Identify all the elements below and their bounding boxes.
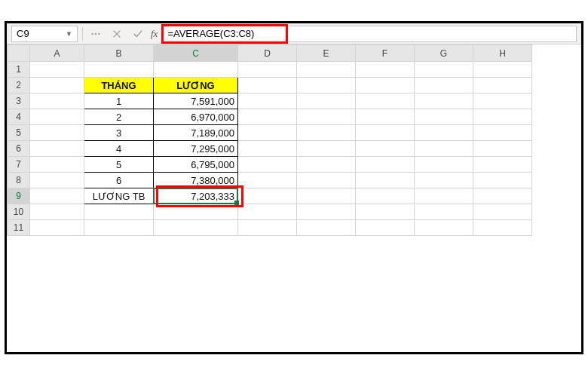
cell[interactable] xyxy=(356,93,415,109)
select-all-corner[interactable] xyxy=(8,45,30,62)
cell[interactable] xyxy=(415,204,473,220)
cell[interactable] xyxy=(30,173,84,188)
col-header-G[interactable]: G xyxy=(415,45,473,62)
cell-thang[interactable]: 6 xyxy=(84,173,154,188)
name-box[interactable]: C9 ▼ xyxy=(11,26,78,42)
cell[interactable] xyxy=(238,220,297,236)
cancel-icon[interactable] xyxy=(109,26,125,42)
cell[interactable] xyxy=(154,204,238,220)
cell[interactable] xyxy=(473,125,532,141)
cell-luong[interactable]: 6,970,000 xyxy=(154,109,238,125)
cell[interactable] xyxy=(473,141,532,157)
cell[interactable] xyxy=(154,62,238,78)
cell[interactable] xyxy=(297,109,356,125)
cell[interactable] xyxy=(473,93,532,109)
cell[interactable] xyxy=(356,173,415,188)
cell[interactable] xyxy=(356,157,415,173)
cell-avg-label[interactable]: LƯƠNG TB xyxy=(84,188,154,204)
col-header-E[interactable]: E xyxy=(297,45,356,62)
cell[interactable] xyxy=(473,188,532,204)
cell[interactable] xyxy=(415,109,473,125)
cell[interactable] xyxy=(473,62,532,78)
row-header-4[interactable]: 4 xyxy=(8,109,30,125)
cell[interactable] xyxy=(84,62,154,78)
cell[interactable] xyxy=(30,204,84,220)
cell[interactable] xyxy=(356,220,415,236)
cell-thang[interactable]: 1 xyxy=(84,93,154,109)
cell[interactable] xyxy=(415,93,473,109)
col-header-A[interactable]: A xyxy=(30,45,84,62)
options-icon[interactable] xyxy=(87,26,104,42)
cell[interactable] xyxy=(238,125,297,141)
cell[interactable] xyxy=(238,157,297,173)
cell-avg-value[interactable]: 7,203,333 xyxy=(154,188,238,204)
cell[interactable] xyxy=(356,109,415,125)
cell[interactable] xyxy=(238,62,297,78)
cell[interactable] xyxy=(356,78,415,93)
cell[interactable] xyxy=(297,188,356,204)
cell[interactable] xyxy=(415,157,473,173)
col-header-C[interactable]: C xyxy=(154,45,238,62)
cell-luong[interactable]: 7,295,000 xyxy=(154,141,238,157)
cell[interactable] xyxy=(415,173,473,188)
row-header-11[interactable]: 11 xyxy=(8,220,30,236)
cell[interactable] xyxy=(297,62,356,78)
cell-luong[interactable]: 7,189,000 xyxy=(154,125,238,141)
cell[interactable] xyxy=(84,204,154,220)
cell[interactable] xyxy=(30,220,84,236)
cell[interactable] xyxy=(238,188,297,204)
cell[interactable] xyxy=(154,220,238,236)
cell[interactable] xyxy=(356,188,415,204)
cell[interactable] xyxy=(473,173,532,188)
cell[interactable] xyxy=(30,62,84,78)
cell[interactable] xyxy=(297,78,356,93)
cell[interactable] xyxy=(30,141,84,157)
col-header-B[interactable]: B xyxy=(84,45,154,62)
row-header-7[interactable]: 7 xyxy=(8,157,30,173)
cell[interactable] xyxy=(238,141,297,157)
cell[interactable] xyxy=(473,220,532,236)
row-header-9[interactable]: 9 xyxy=(8,188,30,204)
cell[interactable] xyxy=(356,204,415,220)
cell[interactable] xyxy=(415,125,473,141)
cell-thang[interactable]: 5 xyxy=(84,157,154,173)
row-header-3[interactable]: 3 xyxy=(8,93,30,109)
cell[interactable] xyxy=(238,109,297,125)
spreadsheet-grid[interactable]: A B C D E F G H 1 2THÁNGLƯƠNG 317,591,00… xyxy=(7,44,581,352)
cell[interactable] xyxy=(238,204,297,220)
cell[interactable] xyxy=(297,93,356,109)
row-header-8[interactable]: 8 xyxy=(8,173,30,188)
cell[interactable] xyxy=(415,141,473,157)
cell[interactable] xyxy=(356,125,415,141)
cell[interactable] xyxy=(356,62,415,78)
cell[interactable] xyxy=(30,78,84,93)
cell[interactable] xyxy=(415,62,473,78)
header-luong[interactable]: LƯƠNG xyxy=(154,78,238,93)
row-header-6[interactable]: 6 xyxy=(8,141,30,157)
col-header-D[interactable]: D xyxy=(238,45,297,62)
enter-icon[interactable] xyxy=(130,26,146,42)
row-header-1[interactable]: 1 xyxy=(8,62,30,78)
col-header-F[interactable]: F xyxy=(356,45,415,62)
cell[interactable] xyxy=(30,93,84,109)
cell[interactable] xyxy=(30,125,84,141)
cell-luong[interactable]: 7,380,000 xyxy=(154,173,238,188)
cell[interactable] xyxy=(473,157,532,173)
cell[interactable] xyxy=(297,173,356,188)
formula-input[interactable]: =AVERAGE(C3:C8) xyxy=(162,26,577,42)
cell[interactable] xyxy=(238,78,297,93)
cell-thang[interactable]: 2 xyxy=(84,109,154,125)
cell-luong[interactable]: 6,795,000 xyxy=(154,157,238,173)
fx-icon[interactable]: fx xyxy=(151,28,158,40)
header-thang[interactable]: THÁNG xyxy=(84,78,154,93)
cell-thang[interactable]: 3 xyxy=(84,125,154,141)
cell[interactable] xyxy=(356,141,415,157)
cell[interactable] xyxy=(30,109,84,125)
cell[interactable] xyxy=(84,220,154,236)
cell[interactable] xyxy=(415,188,473,204)
cell[interactable] xyxy=(297,125,356,141)
cell[interactable] xyxy=(473,204,532,220)
cell[interactable] xyxy=(297,141,356,157)
cell[interactable] xyxy=(297,204,356,220)
cell[interactable] xyxy=(415,220,473,236)
